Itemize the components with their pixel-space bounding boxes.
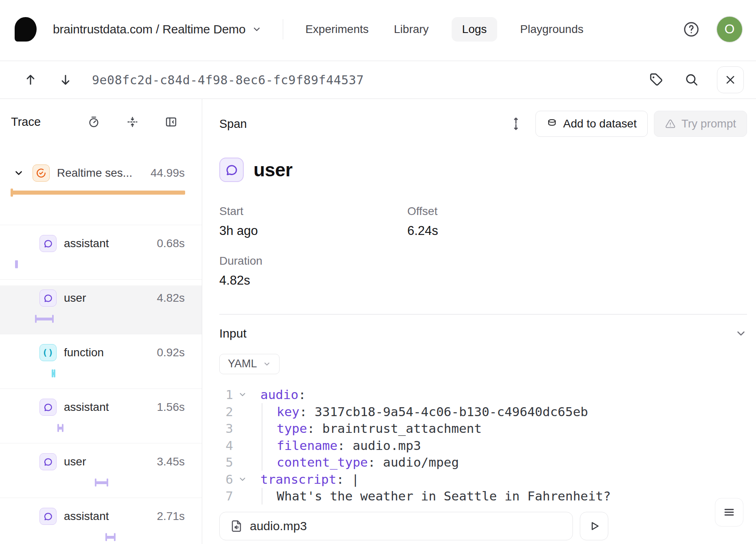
audio-attachment[interactable]: audio.mp3: [219, 512, 573, 540]
code-line: 1audio:: [219, 386, 747, 404]
format-selector[interactable]: YAML: [219, 354, 280, 374]
tag-icon[interactable]: [645, 69, 666, 90]
yaml-key: key: [277, 404, 299, 419]
add-to-dataset-label: Add to dataset: [563, 117, 637, 130]
yaml-value: braintrust_attachment: [322, 421, 482, 436]
trace-row-root[interactable]: Realtime ses...44.99s: [0, 162, 202, 225]
trace-panel-header: Trace: [0, 99, 202, 139]
yaml-key: transcript: [260, 472, 336, 487]
trace-panel-title: Trace: [11, 115, 87, 129]
span-timeline-bar: [15, 260, 18, 268]
yaml-key: audio: [260, 387, 298, 402]
try-prompt-button[interactable]: Try prompt: [654, 111, 747, 137]
trace-row-label: Realtime ses...: [57, 167, 151, 180]
trace-row-duration: 1.56s: [157, 401, 185, 414]
nav-tab-experiments[interactable]: Experiments: [303, 17, 371, 42]
span-name: user: [253, 159, 293, 181]
input-section-header[interactable]: Input: [219, 325, 747, 342]
search-icon[interactable]: [681, 69, 702, 90]
trace-row-duration: 4.82s: [157, 292, 185, 305]
offset-value: 6.24s: [407, 224, 595, 238]
trace-row[interactable]: assistant2.71s: [0, 504, 202, 544]
trace-row-duration: 0.68s: [157, 237, 185, 250]
try-prompt-label: Try prompt: [682, 117, 736, 130]
line-number: 6: [219, 472, 233, 487]
line-number: 2: [219, 404, 233, 419]
line-number: 7: [219, 489, 233, 503]
collapse-chevron-icon[interactable]: [233, 475, 260, 484]
span-panel: Span Add to dataset Try prompt: [202, 99, 756, 544]
trace-id-text: 9e08fc2d-c84d-4f98-8ec6-fc9f89f44537: [92, 73, 364, 87]
trace-row-label: assistant: [64, 237, 157, 250]
indent-guide: [262, 420, 277, 437]
braintrust-logo: [15, 17, 37, 42]
code-line: 6transcript: |: [219, 471, 747, 488]
trace-row[interactable]: assistant1.56s: [0, 395, 202, 443]
nav-tab-playgrounds[interactable]: Playgrounds: [518, 17, 586, 42]
trace-row-label: user: [64, 455, 157, 468]
span-timeline-bar: [11, 189, 185, 197]
chat-bubble-icon: [39, 453, 57, 470]
trace-row[interactable]: user3.45s: [0, 449, 202, 498]
database-icon: [546, 118, 557, 129]
attachment-filename: audio.mp3: [250, 519, 307, 533]
trace-row-label: user: [64, 292, 157, 305]
warning-triangle-icon: [665, 118, 676, 129]
yaml-punct: :: [307, 421, 322, 436]
chat-bubble-icon: [219, 158, 244, 182]
nav-tab-library[interactable]: Library: [391, 17, 431, 42]
user-avatar[interactable]: O: [717, 17, 742, 42]
sidebar-layout-icon[interactable]: [165, 116, 177, 128]
play-audio-button[interactable]: [580, 512, 608, 540]
yaml-value: 3317cb18-9a54-4c06-b130-c49640dc65eb: [315, 404, 588, 419]
trace-row[interactable]: assistant0.68s: [0, 231, 202, 280]
line-number: 5: [219, 455, 233, 469]
section-divider: [219, 314, 747, 315]
trace-row-label: assistant: [64, 401, 157, 414]
indent-guide: [262, 403, 277, 420]
trace-row[interactable]: ()function0.92s: [0, 340, 202, 389]
trace-panel: Trace Realtime ses...44.99sassistant0.68…: [0, 99, 202, 544]
trace-row-list: Realtime ses...44.99sassistant0.68suser4…: [0, 162, 202, 544]
yaml-punct: :: [299, 404, 315, 419]
yaml-punct: :: [368, 455, 383, 469]
nav-tab-logs[interactable]: Logs: [452, 17, 498, 42]
collapse-chevron-icon[interactable]: [233, 390, 260, 399]
chevron-down-icon: [252, 24, 262, 34]
yaml-value: What's the weather in Seattle in Fahrenh…: [277, 489, 611, 503]
code-line: 7What's the weather in Seattle in Fahren…: [219, 488, 747, 505]
start-value: 3h ago: [219, 224, 407, 238]
line-number: 3: [219, 421, 233, 436]
add-to-dataset-button[interactable]: Add to dataset: [535, 111, 648, 137]
trace-row[interactable]: user4.82s: [0, 285, 202, 334]
prev-trace-arrow-up-icon[interactable]: [20, 69, 42, 91]
help-icon[interactable]: [683, 21, 700, 38]
code-line: 2key: 3317cb18-9a54-4c06-b130-c49640dc65…: [219, 403, 747, 420]
format-selector-value: YAML: [228, 358, 257, 370]
top-navbar: braintrustdata.com / Realtime Demo Exper…: [0, 0, 756, 61]
indent-guide: [262, 437, 277, 454]
code-line: 3type: braintrust_attachment: [219, 420, 747, 437]
yaml-key: type: [277, 421, 307, 436]
code-menu-button[interactable]: [715, 498, 743, 526]
span-panel-title: Span: [219, 117, 509, 131]
yaml-punct: :: [298, 387, 306, 402]
duration-label: Duration: [219, 254, 407, 268]
next-trace-arrow-down-icon[interactable]: [55, 69, 76, 91]
span-timeline-bar: [57, 424, 63, 432]
chevron-down-icon: [263, 360, 271, 368]
yaml-value: |: [352, 472, 359, 487]
chevron-down-icon[interactable]: [13, 168, 24, 178]
chat-bubble-icon: [39, 399, 57, 416]
indent-guide: [262, 488, 277, 505]
yaml-code-block: 1audio:2key: 3317cb18-9a54-4c06-b130-c49…: [219, 386, 747, 505]
collapse-rows-icon[interactable]: [126, 116, 139, 128]
line-number: 1: [219, 387, 233, 402]
close-button[interactable]: [717, 66, 744, 93]
span-timeline-bar: [35, 315, 54, 323]
project-switcher[interactable]: braintrustdata.com / Realtime Demo: [53, 22, 262, 36]
resize-vertical-icon[interactable]: [509, 116, 523, 131]
span-timeline-bar: [95, 478, 108, 487]
start-label: Start: [219, 205, 407, 218]
timing-stopwatch-icon[interactable]: [87, 116, 100, 128]
